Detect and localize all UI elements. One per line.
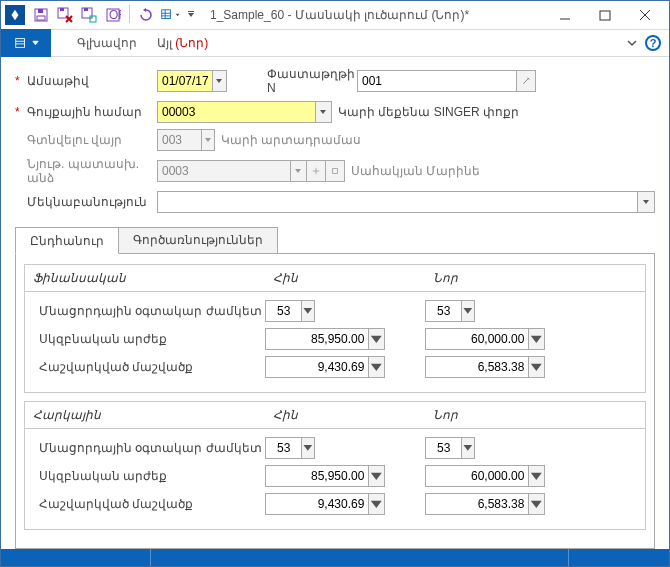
chevron-down-icon[interactable] [528, 494, 544, 514]
chevron-down-icon[interactable] [528, 466, 544, 486]
save-close-icon[interactable] [55, 5, 75, 25]
required-mark: * [15, 74, 23, 88]
add-button [306, 160, 326, 182]
chevron-down-icon[interactable] [301, 301, 314, 321]
asset-input[interactable] [158, 102, 315, 122]
save-icon[interactable] [31, 5, 51, 25]
location-input [158, 130, 201, 150]
asset-description: Կարի մեքենա SINGER փոքր [338, 105, 519, 119]
fin-remaining-old[interactable] [265, 300, 315, 322]
date-dropdown-icon[interactable] [212, 71, 226, 91]
date-input[interactable] [158, 71, 212, 91]
revert-icon[interactable]: ORE [103, 5, 123, 25]
chevron-down-icon[interactable] [461, 438, 474, 458]
minimize-button[interactable] [545, 1, 585, 29]
svg-rect-24 [333, 169, 338, 174]
tax-accdep-label: Հաշվարկված մաշվածք [33, 497, 265, 511]
responsible-field [157, 160, 307, 182]
svg-rect-16 [600, 11, 610, 20]
tax-remaining-label: Մնացորդային օգտակար ժամկետ [33, 441, 265, 455]
chevron-down-icon[interactable] [627, 38, 637, 48]
fin-initial-old[interactable] [265, 328, 385, 350]
fin-title: Ֆինանսական [25, 265, 265, 291]
location-description: Կարի արտադրամաս [221, 133, 361, 147]
svg-rect-14 [188, 11, 194, 12]
fin-accdep-old[interactable] [265, 356, 385, 378]
svg-rect-7 [90, 16, 96, 22]
close-button[interactable] [625, 1, 665, 29]
docnum-label: Փաստաթղթի N [267, 67, 357, 95]
responsible-dropdown-icon [290, 161, 306, 181]
asset-dropdown-icon[interactable] [315, 102, 331, 122]
location-label: Գտնվելու վայր [27, 133, 157, 147]
tax-accdep-new[interactable] [425, 493, 545, 515]
menu-other[interactable]: Այլ (Նոր) [147, 30, 218, 56]
svg-rect-2 [37, 16, 45, 20]
date-field[interactable] [157, 70, 227, 92]
save-new-icon[interactable] [79, 5, 99, 25]
location-dropdown-icon [201, 130, 214, 150]
menu-main[interactable]: Գլխավոր [67, 30, 147, 56]
maximize-button[interactable] [585, 1, 625, 29]
docnum-input[interactable] [358, 71, 516, 91]
section-tax: Հարկային Հին Նոր Մնացորդային օգտակար ժամ… [24, 401, 646, 530]
comment-field[interactable] [157, 191, 655, 213]
asset-field[interactable] [157, 101, 332, 123]
chevron-down-icon[interactable] [368, 466, 384, 486]
fin-col-old: Հին [265, 265, 425, 291]
responsible-label: Նյութ. պատասխ. անձ [27, 157, 157, 185]
svg-rect-6 [84, 8, 88, 11]
tax-remaining-old[interactable] [265, 437, 315, 459]
chevron-down-icon[interactable] [461, 301, 474, 321]
tab-operations[interactable]: Գործառնություններ [118, 227, 278, 253]
responsible-description: Սահակյան Մարինե [351, 164, 480, 178]
chevron-down-icon[interactable] [301, 438, 314, 458]
tax-col-old: Հին [265, 402, 425, 428]
svg-rect-4 [60, 8, 64, 11]
menu-new-suffix: (Նոր) [175, 36, 208, 50]
fin-initial-new[interactable] [425, 328, 545, 350]
section-financial: Ֆինանսական Հին Նոր Մնացորդային օգտակար ժ… [24, 264, 646, 393]
help-icon[interactable]: ? [645, 35, 661, 51]
app-icon [5, 5, 25, 25]
location-field [157, 129, 215, 151]
grid-icon[interactable] [160, 5, 180, 25]
fin-col-new: Նոր [425, 265, 585, 291]
status-bar [1, 549, 669, 566]
tax-title: Հարկային [25, 402, 265, 428]
date-label: Ամսաթիվ [27, 74, 157, 88]
chevron-down-icon[interactable] [368, 494, 384, 514]
docnum-field[interactable] [357, 70, 517, 92]
comment-dropdown-icon[interactable] [637, 192, 654, 212]
svg-rect-19 [15, 39, 24, 48]
refresh-icon[interactable] [136, 5, 156, 25]
tax-initial-label: Սկզբնական արժեք [33, 469, 265, 483]
required-mark: * [15, 105, 23, 119]
tab-general[interactable]: Ընդհանուր [15, 227, 119, 254]
chevron-down-icon[interactable] [368, 357, 384, 377]
fin-accdep-label: Հաշվարկված մաշվածք [33, 360, 265, 374]
edit-button [325, 160, 345, 182]
main-menu-button[interactable] [1, 29, 51, 57]
tax-initial-new[interactable] [425, 465, 545, 487]
svg-rect-10 [162, 10, 171, 19]
docnum-wand-button[interactable] [516, 70, 536, 92]
tax-col-new: Նոր [425, 402, 585, 428]
chevron-down-icon[interactable] [528, 357, 544, 377]
fin-accdep-new[interactable] [425, 356, 545, 378]
comment-input[interactable] [158, 192, 637, 212]
chevron-down-icon[interactable] [368, 329, 384, 349]
chevron-down-icon[interactable] [528, 329, 544, 349]
overflow-icon[interactable] [184, 5, 198, 25]
fin-remaining-new[interactable] [425, 300, 475, 322]
window-title: 1_Sample_60 - Մասնակի լուծարում (Նոր)* [210, 8, 545, 22]
responsible-input [158, 161, 290, 181]
asset-label: Գույքային համար [27, 105, 157, 119]
comment-label: Մեկնաբանություն [27, 195, 157, 209]
tax-remaining-new[interactable] [425, 437, 475, 459]
fin-remaining-label: Մնացորդային օգտակար ժամկետ [33, 304, 265, 318]
fin-initial-label: Սկզբնական արժեք [33, 332, 265, 346]
menu-other-label: Այլ [157, 36, 172, 50]
tax-accdep-old[interactable] [265, 493, 385, 515]
tax-initial-old[interactable] [265, 465, 385, 487]
